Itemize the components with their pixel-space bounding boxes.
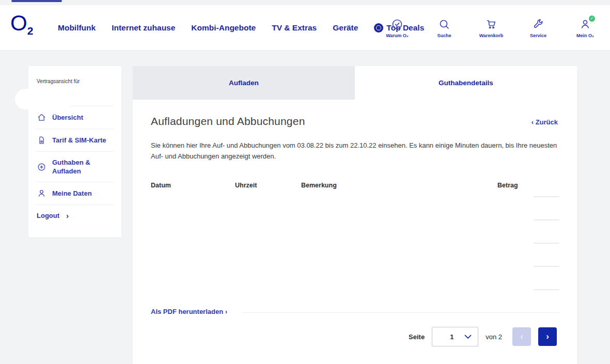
- o2-logo[interactable]: O2: [10, 12, 33, 36]
- tab-aufladen[interactable]: Aufladen: [133, 66, 355, 100]
- logout-button[interactable]: Logout ›: [36, 204, 114, 226]
- divider: [242, 312, 559, 313]
- chevron-right-icon: ›: [66, 211, 69, 220]
- page-select-value: 1: [450, 333, 453, 341]
- sidebar-item-guthaben-aufladen[interactable]: Guthaben & Aufladen: [36, 151, 114, 182]
- account-sidebar: Vertragsansicht für Übersicht Tarif & SI…: [28, 66, 121, 238]
- chevron-right-icon: ›: [546, 331, 549, 342]
- chevron-left-icon: ‹: [520, 331, 523, 342]
- tab-guthabendetails[interactable]: Guthabendetails: [355, 66, 577, 100]
- next-page-button[interactable]: ›: [538, 327, 557, 346]
- notification-badge-icon: ✓: [589, 15, 595, 22]
- service-label: Service: [530, 33, 546, 38]
- person-icon: [37, 188, 46, 198]
- table-header-row: Datum Uhrzeit Bemerkung Betrag: [151, 182, 518, 189]
- table-row: [534, 219, 559, 220]
- nav-geraete[interactable]: Geräte: [333, 23, 358, 33]
- back-label: Zurück: [536, 118, 558, 126]
- mein-o2-label: Mein O₂: [576, 33, 594, 38]
- page-title: Aufladungen und Abbuchungen: [151, 115, 305, 128]
- chevron-right-icon: ›: [225, 308, 227, 315]
- contract-view-caption: Vertragsansicht für: [37, 78, 113, 84]
- cart-icon: [485, 18, 497, 31]
- table-row: [534, 289, 559, 290]
- sidebar-item-label: Guthaben & Aufladen: [52, 158, 109, 176]
- search-button[interactable]: Suche: [428, 18, 461, 38]
- redacted-phone-number: [15, 89, 73, 109]
- pdf-label: Als PDF herunterladen: [151, 308, 223, 315]
- logo-sub: 2: [27, 25, 34, 37]
- table-row: [534, 243, 559, 244]
- nav-mobilfunk[interactable]: Mobilfunk: [58, 23, 96, 33]
- table-row: [534, 266, 559, 267]
- column-uhrzeit: Uhrzeit: [235, 182, 301, 189]
- chevron-down-icon: [464, 335, 472, 339]
- nav-internet-zuhause[interactable]: Internet zuhause: [112, 23, 175, 33]
- pagination: Seite 1 von 2 ‹ ›: [409, 327, 557, 346]
- home-icon: [37, 113, 46, 122]
- page-select[interactable]: 1: [432, 327, 478, 346]
- column-datum: Datum: [151, 182, 235, 189]
- table-row: [534, 196, 559, 197]
- sidebar-item-tarif-sim[interactable]: Tarif & SIM-Karte: [36, 129, 114, 151]
- chevron-left-icon: ‹: [531, 118, 534, 126]
- warum-o2-button[interactable]: Warum O₂: [381, 18, 414, 38]
- sidebar-item-label: Übersicht: [52, 113, 83, 122]
- column-betrag: Betrag: [497, 182, 518, 189]
- sidebar-item-meine-daten[interactable]: Meine Daten: [36, 182, 114, 204]
- nav-kombi-angebote[interactable]: Kombi-Angebote: [191, 23, 256, 33]
- sidebar-menu: Übersicht Tarif & SIM-Karte Guthaben & A…: [28, 106, 121, 226]
- plus-circle-icon: [37, 162, 46, 172]
- search-icon: [438, 18, 450, 31]
- sidebar-item-label: Tarif & SIM-Karte: [52, 136, 106, 145]
- main-header: O2 Mobilfunk Internet zuhause Kombi-Ange…: [0, 5, 610, 51]
- header-icon-nav: Warum O₂ Suche Warenkorb Service ✓ M: [381, 5, 602, 50]
- logo-text: O: [10, 11, 27, 35]
- primary-nav: Mobilfunk Internet zuhause Kombi-Angebot…: [58, 5, 424, 50]
- column-bemerkung: Bemerkung: [301, 182, 497, 189]
- logout-label: Logout: [37, 211, 59, 220]
- nav-tv-extras[interactable]: TV & Extras: [272, 23, 317, 33]
- mein-o2-button[interactable]: ✓ Mein O₂: [569, 18, 602, 38]
- check-circle-icon: [391, 18, 403, 31]
- tab-bar: Aufladen Guthabendetails: [133, 66, 577, 100]
- prev-page-button[interactable]: ‹: [512, 327, 531, 346]
- wrench-icon: [532, 18, 544, 31]
- page-label: Seite: [409, 333, 425, 341]
- page-count-label: von 2: [486, 333, 502, 341]
- cart-button[interactable]: Warenkorb: [475, 18, 508, 38]
- search-label: Suche: [437, 33, 451, 38]
- top-accent-bar: [11, 0, 62, 2]
- download-pdf-link[interactable]: Als PDF herunterladen ›: [151, 308, 227, 315]
- cart-label: Warenkorb: [479, 33, 504, 38]
- sim-icon: [37, 135, 46, 145]
- warum-o2-label: Warum O₂: [386, 33, 409, 38]
- back-link[interactable]: ‹ Zurück: [531, 118, 558, 126]
- person-icon: ✓: [579, 18, 591, 31]
- sidebar-item-label: Meine Daten: [52, 189, 92, 198]
- service-button[interactable]: Service: [522, 18, 555, 38]
- description-text: Sie können hier Ihre Auf- und Abbuchunge…: [151, 140, 561, 162]
- content-card: Aufladen Guthabendetails Aufladungen und…: [133, 66, 577, 364]
